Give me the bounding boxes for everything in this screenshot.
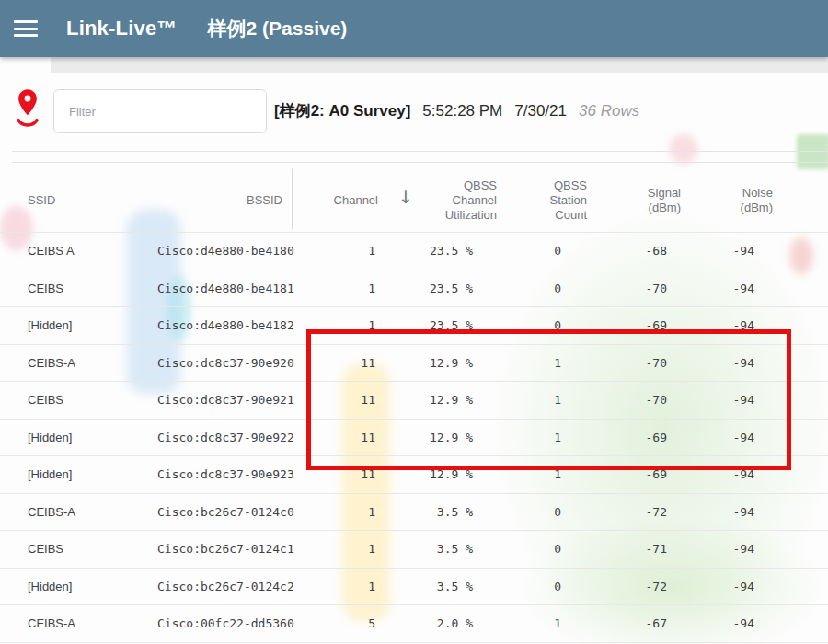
cell-channel: 1	[294, 493, 379, 531]
table-row[interactable]: [Hidden] Cisco:dc8c37-90e922 11 12.9 % 1…	[0, 419, 828, 456]
cell-qbss-channel-utilization: 3.5 %	[379, 531, 497, 569]
column-header-qbss-channel-utilization[interactable]: QBSS Channel Utilization	[379, 169, 497, 233]
app-title: Link-Live™	[66, 17, 178, 40]
cell-ssid: CEIBS	[0, 270, 156, 307]
cell-noise-dbm: -94	[681, 456, 773, 494]
cell-qbss-station-count: 0	[497, 307, 589, 345]
cell-ssid: [Hidden]	[0, 307, 156, 345]
menu-icon[interactable]	[14, 20, 38, 37]
table-row[interactable]: [Hidden] Cisco:bc26c7-0124c2 1 3.5 % 0 -…	[0, 568, 828, 605]
table-row[interactable]: CEIBS A Cisco:d4e880-be4180 1 23.5 % 0 -…	[0, 233, 828, 270]
cell-bssid: Cisco:dc8c37-90e921	[156, 382, 294, 420]
cell-bssid: Cisco:dc8c37-90e922	[156, 419, 294, 456]
cell-ssid: [Hidden]	[0, 419, 156, 456]
cell-signal-dbm: -70	[589, 270, 681, 307]
cell-ssid: CEIBS A	[0, 233, 156, 270]
cell-signal-dbm: -68	[589, 233, 681, 270]
cell-qbss-station-count: 0	[497, 493, 589, 531]
table-row[interactable]: CEIBS Cisco:dc8c37-90e921 11 12.9 % 1 -7…	[0, 382, 828, 420]
cell-noise-dbm: -94	[681, 382, 773, 420]
cell-spacer	[773, 382, 828, 420]
cell-bssid: Cisco:dc8c37-90e923	[156, 456, 294, 494]
link-live-screen: Link-Live™ 样例2 (Passive) [样例2: A0 Survey…	[0, 0, 828, 644]
survey-date: 7/30/21	[514, 102, 567, 121]
table-row[interactable]: CEIBS-A Cisco:00fc22-dd5360 5 2.0 % 1 -6…	[0, 605, 828, 643]
cell-channel: 1	[294, 531, 379, 569]
cell-signal-dbm: -67	[589, 605, 681, 643]
cell-bssid: Cisco:bc26c7-0124c2	[156, 568, 294, 605]
column-header-bssid[interactable]: BSSID	[156, 169, 294, 233]
cell-signal-dbm: -69	[589, 307, 681, 345]
cell-ssid: CEIBS	[0, 531, 156, 569]
cell-qbss-channel-utilization: 3.5 %	[379, 568, 497, 605]
heatmap-pink-patch	[670, 134, 697, 164]
table-row[interactable]: CEIBS-A Cisco:dc8c37-90e920 11 12.9 % 1 …	[0, 344, 828, 382]
cell-noise-dbm: -94	[681, 307, 773, 345]
cell-spacer	[773, 605, 828, 643]
cell-noise-dbm: -94	[681, 270, 773, 307]
cell-noise-dbm: -94	[681, 568, 773, 605]
cell-qbss-channel-utilization: 12.9 %	[379, 344, 497, 382]
column-separator	[292, 169, 293, 229]
cell-channel: 1	[294, 233, 379, 270]
cell-qbss-station-count: 1	[497, 344, 589, 382]
cell-channel: 11	[294, 419, 379, 456]
cell-noise-dbm: -94	[681, 605, 773, 643]
table-row[interactable]: CEIBS Cisco:bc26c7-0124c1 1 3.5 % 0 -71 …	[0, 531, 828, 569]
column-header-ssid[interactable]: SSID	[0, 169, 156, 233]
cell-ssid: CEIBS-A	[0, 493, 156, 531]
cell-spacer	[773, 233, 828, 270]
cell-signal-dbm: -69	[589, 419, 681, 456]
heatmap-green-patch	[797, 134, 828, 169]
table-row[interactable]: CEIBS-A Cisco:bc26c7-0124c0 1 3.5 % 0 -7…	[0, 493, 828, 531]
cell-bssid: Cisco:d4e880-be4180	[156, 233, 294, 270]
cell-bssid: Cisco:d4e880-be4181	[156, 270, 294, 307]
cell-noise-dbm: -94	[681, 531, 773, 569]
cell-bssid: Cisco:d4e880-be4182	[156, 307, 294, 345]
cell-bssid: Cisco:00fc22-dd5360	[156, 605, 294, 643]
cell-qbss-channel-utilization: 23.5 %	[379, 233, 497, 270]
cell-ssid: CEIBS-A	[0, 344, 156, 382]
table-header-row: SSID BSSID Channel QBSS Channel Utilizat…	[0, 169, 828, 233]
map-pin-icon[interactable]	[13, 87, 42, 130]
cell-qbss-station-count: 1	[497, 419, 589, 456]
page-subtitle: 样例2 (Passive)	[208, 16, 348, 41]
table-row[interactable]: [Hidden] Cisco:dc8c37-90e923 11 12.9 % 1…	[0, 456, 828, 494]
cell-spacer	[773, 456, 828, 494]
cell-signal-dbm: -70	[589, 382, 681, 420]
cell-channel: 1	[294, 307, 379, 345]
divider	[12, 151, 828, 152]
cell-spacer	[773, 307, 828, 345]
column-header-noise-dbm[interactable]: Noise (dBm)	[681, 169, 773, 233]
cell-noise-dbm: -94	[681, 344, 773, 382]
cell-spacer	[773, 270, 828, 307]
cell-channel: 1	[294, 270, 379, 307]
cell-qbss-channel-utilization: 12.9 %	[379, 419, 497, 456]
cell-qbss-channel-utilization: 3.5 %	[379, 493, 497, 531]
column-header-signal-dbm[interactable]: Signal (dBm)	[589, 169, 681, 233]
cell-channel: 5	[294, 605, 379, 643]
cell-signal-dbm: -69	[589, 456, 681, 494]
sort-descending-icon[interactable]: ↓	[398, 187, 413, 207]
table-row[interactable]: [Hidden] Cisco:d4e880-be4182 1 23.5 % 0 …	[0, 307, 828, 345]
cell-signal-dbm: -72	[589, 568, 681, 605]
cell-noise-dbm: -94	[681, 233, 773, 270]
cell-qbss-station-count: 1	[497, 456, 589, 494]
cell-channel: 1	[294, 568, 379, 605]
survey-time: 5:52:28 PM	[422, 102, 502, 121]
cell-bssid: Cisco:bc26c7-0124c1	[156, 531, 294, 569]
table-row[interactable]: CEIBS Cisco:d4e880-be4181 1 23.5 % 0 -70…	[0, 270, 828, 307]
cell-qbss-station-count: 0	[497, 233, 589, 270]
cell-bssid: Cisco:bc26c7-0124c0	[156, 493, 294, 531]
cell-qbss-channel-utilization: 12.9 %	[379, 382, 497, 420]
column-header-qbss-station-count[interactable]: QBSS Station Count	[497, 169, 589, 233]
cell-channel: 11	[294, 344, 379, 382]
cell-spacer	[773, 493, 828, 531]
cell-qbss-station-count: 0	[497, 270, 589, 307]
cell-qbss-channel-utilization: 2.0 %	[379, 605, 497, 643]
cell-noise-dbm: -94	[681, 419, 773, 456]
column-header-channel[interactable]: Channel	[294, 169, 379, 233]
cell-qbss-station-count: 0	[497, 568, 589, 605]
filter-input[interactable]	[53, 89, 267, 133]
cell-ssid: CEIBS-A	[0, 605, 156, 643]
